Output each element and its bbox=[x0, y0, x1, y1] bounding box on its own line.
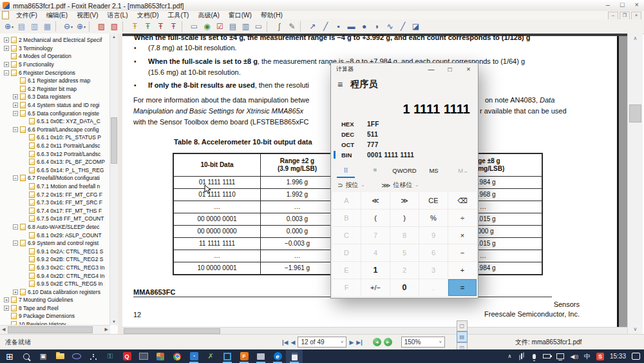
bookmark-item[interactable]: + 8 Tape and Reel bbox=[1, 304, 109, 313]
blue-app-icon[interactable]: ◔ bbox=[185, 349, 202, 363]
expander-icon[interactable]: − bbox=[13, 111, 18, 116]
microphone-icon[interactable] bbox=[531, 349, 537, 363]
bookmark-item[interactable]: 6.7.1 Motion and freefall n bbox=[1, 182, 109, 191]
fit-page-icon[interactable]: ▥ bbox=[28, 21, 41, 32]
calc-key[interactable]: × bbox=[448, 227, 477, 244]
calc-key[interactable]: . bbox=[419, 279, 448, 296]
calc-key[interactable]: 0 bbox=[390, 279, 419, 296]
calc-key[interactable]: 3 bbox=[419, 262, 448, 279]
bookmark-item[interactable]: − 6.5 Data configuration registe bbox=[1, 109, 109, 117]
remote-key-app-icon[interactable]: ⚿ bbox=[102, 349, 118, 363]
usb-device-icon[interactable] bbox=[518, 349, 525, 363]
sidebar-horizontal-scrollbar[interactable]: ◀ ▶ bbox=[0, 325, 110, 334]
calc-close-button[interactable]: × bbox=[459, 63, 478, 75]
bookmark-item[interactable]: 6.1 Register address map bbox=[1, 77, 109, 85]
bookmark-item[interactable]: + 6.3 Data registers bbox=[1, 93, 109, 101]
zoom-out-icon[interactable]: ⊖▾ bbox=[62, 21, 75, 32]
eraser-tool-icon[interactable]: ◪ bbox=[410, 21, 422, 32]
next-view-button[interactable]: ► bbox=[384, 338, 392, 346]
bookmark-item[interactable]: + 2 Mechanical and Electrical Specif bbox=[1, 36, 109, 44]
scrollbar-thumb[interactable] bbox=[111, 117, 117, 164]
colorful-app-icon[interactable] bbox=[152, 349, 169, 363]
calc-key[interactable]: ) bbox=[390, 210, 419, 226]
menu-item[interactable]: 高级(A) bbox=[193, 12, 223, 19]
scrollbar-thumb[interactable] bbox=[124, 328, 220, 334]
bookmark-item[interactable]: 6.8.1 0x29: ASLP_COUNT bbox=[1, 231, 109, 239]
page-number-combo[interactable]: 12 of 49˅ bbox=[298, 337, 346, 348]
foxit-reader-icon[interactable]: F bbox=[236, 349, 252, 363]
expander-icon[interactable]: + bbox=[4, 297, 9, 302]
sogou-input-icon[interactable]: S bbox=[596, 349, 604, 363]
menu-item[interactable]: 语言(L) bbox=[102, 12, 132, 19]
power-plug-icon[interactable] bbox=[543, 349, 551, 363]
expander-icon[interactable]: − bbox=[13, 175, 18, 181]
squiggly-text-icon[interactable]: ▧ bbox=[108, 21, 121, 32]
bookmark-item[interactable]: 6.9.4 0x2D: CTRL_REG4 In bbox=[1, 271, 109, 280]
scroll-up-icon[interactable]: ∧ bbox=[628, 35, 643, 41]
task-view-button[interactable]: ▣ bbox=[35, 349, 52, 363]
separator[interactable] bbox=[267, 21, 272, 32]
prev-page-button[interactable]: ◀ bbox=[290, 339, 295, 346]
bookmark-item[interactable]: − 6.6 Portrait/Landscape config bbox=[1, 126, 109, 134]
textfield-field-icon[interactable]: ▭ bbox=[252, 21, 265, 32]
square-tool-icon[interactable]: ▪ bbox=[332, 21, 345, 32]
bookmark-item[interactable]: + 6.10 Data calibration registers bbox=[1, 288, 109, 296]
highlight-text-icon[interactable]: ▨ bbox=[95, 21, 108, 32]
bookmark-item[interactable]: 6.9.5 0x2E CTRL_REG5 In bbox=[1, 280, 109, 288]
pushbutton-field-icon[interactable]: ▭ bbox=[188, 21, 201, 32]
radix-row[interactable]: BIN 0001 1111 1111 bbox=[331, 150, 478, 160]
action-center-icon[interactable] bbox=[632, 349, 640, 363]
calc-key[interactable]: 5 bbox=[390, 244, 419, 261]
radiobutton-field-icon[interactable]: ◉ bbox=[201, 21, 214, 32]
bookmark-item[interactable]: + 6.4 System status and ID regi bbox=[1, 101, 109, 110]
separator[interactable] bbox=[122, 21, 128, 32]
bookmark-item[interactable]: 6.2 Register bit map bbox=[1, 85, 109, 93]
calc-maximize-button[interactable]: □ bbox=[440, 63, 459, 75]
pencil-sign-icon[interactable]: ✎ bbox=[286, 21, 299, 32]
edge-icon[interactable]: e bbox=[269, 349, 286, 363]
calc-key[interactable]: ( bbox=[361, 210, 390, 226]
clock[interactable]: 15:33 bbox=[610, 349, 626, 363]
bookmark-item[interactable]: 6.9.3 0x2C: CTRL_REG3 In bbox=[1, 264, 109, 272]
tools-app-icon[interactable]: ✗ bbox=[202, 349, 219, 363]
calc-key[interactable]: + bbox=[448, 262, 477, 279]
expander-icon[interactable]: + bbox=[13, 289, 18, 295]
bookmark-item[interactable]: 9 Package Dimensions bbox=[1, 312, 109, 320]
equals-key[interactable]: = bbox=[448, 279, 477, 296]
calc-key[interactable]: F bbox=[332, 279, 361, 296]
zoom-combo[interactable]: 150%˅ bbox=[401, 337, 445, 348]
scrollbar-thumb[interactable] bbox=[629, 104, 641, 123]
bookmark-item[interactable]: 6.5.1 0x0E: XYZ_DATA_C bbox=[1, 117, 109, 126]
qq-icon[interactable]: Q bbox=[118, 349, 135, 363]
bookmark-item[interactable]: 6.6.3 0x12 Portrait/Landsc bbox=[1, 150, 109, 158]
first-page-button[interactable]: |◀ bbox=[282, 339, 288, 346]
bookmark-item[interactable]: 6.6.5 0x14: P_L_THS_REG bbox=[1, 166, 109, 175]
hamburger-menu-icon[interactable]: ≡ bbox=[337, 79, 343, 90]
expander-icon[interactable]: − bbox=[4, 70, 9, 75]
calc-key[interactable]: − bbox=[448, 244, 477, 261]
expander-icon[interactable]: − bbox=[13, 224, 18, 230]
bookmark-item[interactable]: 6.7.5 0x18 FF_MT_COUNT bbox=[1, 215, 109, 223]
calc-key[interactable]: B bbox=[332, 210, 361, 226]
calc-key[interactable]: 4 bbox=[361, 244, 390, 261]
full-keypad-toggle[interactable]: ⠿ bbox=[331, 162, 361, 178]
expander-icon[interactable]: + bbox=[4, 306, 9, 311]
calc-key[interactable]: A bbox=[332, 192, 361, 209]
separator[interactable] bbox=[55, 21, 61, 32]
combobox-field-icon[interactable]: ▥ bbox=[240, 21, 252, 32]
oval-tool-icon[interactable]: ◗ bbox=[371, 21, 384, 32]
expander-icon[interactable]: + bbox=[4, 37, 9, 43]
network-display-icon[interactable] bbox=[556, 349, 564, 363]
calculator-title-bar[interactable]: 计算器 — □ × bbox=[331, 63, 478, 75]
arrow-tool-icon[interactable]: ↗ bbox=[307, 21, 319, 32]
bookmark-item[interactable]: 6.6.2 0x11 Portrait/Landsc bbox=[1, 142, 109, 150]
calc-key[interactable]: D bbox=[332, 244, 361, 261]
marquee-zoom-icon[interactable]: ⊕▾ bbox=[3, 21, 15, 32]
radix-row[interactable]: HEX 1FF bbox=[331, 119, 478, 129]
radix-row[interactable]: DEC 511 bbox=[331, 129, 478, 139]
menu-item[interactable]: 编辑(E) bbox=[42, 12, 72, 19]
start-button[interactable]: ⊞ bbox=[1, 349, 18, 363]
calc-key[interactable]: ≪ bbox=[361, 192, 390, 209]
calc-key[interactable]: 8 bbox=[390, 227, 419, 244]
memory-store-button[interactable]: MS bbox=[419, 162, 449, 178]
